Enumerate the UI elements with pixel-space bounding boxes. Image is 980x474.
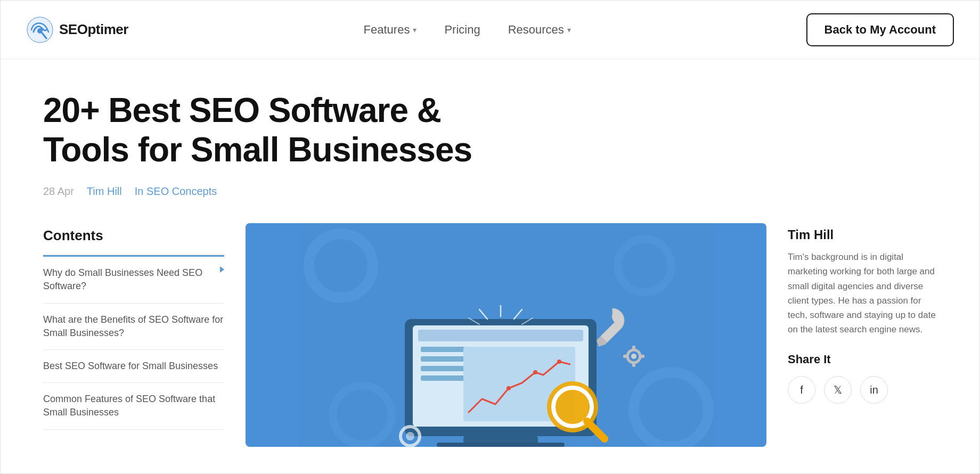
features-nav-item[interactable]: Features ▾ xyxy=(364,23,417,37)
toc-item-4[interactable]: Common Features of SEO Software that Sma… xyxy=(43,383,224,429)
navbar: SEOptimer Features ▾ Pricing Resources ▾… xyxy=(1,1,979,59)
features-label: Features xyxy=(364,23,410,37)
linkedin-icon: in xyxy=(870,384,878,396)
svg-rect-9 xyxy=(463,436,538,444)
resources-label: Resources xyxy=(508,23,564,37)
facebook-icon: f xyxy=(800,384,803,396)
toc-title: Contents xyxy=(43,227,224,244)
svg-rect-10 xyxy=(437,443,565,447)
main-content: 20+ Best SEO Software & Tools for Small … xyxy=(1,59,979,468)
resources-nav-item[interactable]: Resources ▾ xyxy=(508,23,571,37)
svg-rect-23 xyxy=(632,363,635,367)
toc-item-2[interactable]: What are the Benefits of SEO Software fo… xyxy=(43,304,224,350)
article-category[interactable]: In SEO Concepts xyxy=(135,185,217,198)
hero-illustration xyxy=(246,223,766,447)
svg-rect-11 xyxy=(418,330,583,341)
content-row: Contents Why do Small Businesses Need SE… xyxy=(43,223,937,447)
svg-point-30 xyxy=(406,432,414,440)
nav-links: Features ▾ Pricing Resources ▾ xyxy=(364,23,571,37)
svg-rect-24 xyxy=(623,355,627,358)
share-icons: f 𝕏 in xyxy=(788,376,937,404)
svg-point-18 xyxy=(533,370,537,374)
pricing-nav-item[interactable]: Pricing xyxy=(444,23,480,37)
toc-sidebar: Contents Why do Small Businesses Need SE… xyxy=(43,223,224,429)
article-meta: 28 Apr Tim Hill In SEO Concepts xyxy=(43,185,937,198)
svg-rect-25 xyxy=(640,355,644,358)
toc-item-3[interactable]: Best SEO Software for Small Businesses xyxy=(43,350,224,383)
author-sidebar: Tim Hill Tim's background is in digital … xyxy=(788,223,937,404)
svg-point-21 xyxy=(631,354,636,359)
author-bio: Tim's background is in digital marketing… xyxy=(788,250,937,337)
toc-list: Why do Small Businesses Need SEO Softwar… xyxy=(43,255,224,429)
logo-area: SEOptimer xyxy=(26,16,128,44)
twitter-share-button[interactable]: 𝕏 xyxy=(824,376,852,404)
share-title: Share It xyxy=(788,353,937,366)
back-to-account-button[interactable]: Back to My Account xyxy=(806,13,954,46)
brand-name: SEOptimer xyxy=(59,21,128,38)
svg-point-19 xyxy=(557,359,561,364)
author-name: Tim Hill xyxy=(788,227,937,242)
article-date: 28 Apr xyxy=(43,185,74,198)
facebook-share-button[interactable]: f xyxy=(788,376,815,404)
svg-point-17 xyxy=(507,386,511,390)
features-chevron-icon: ▾ xyxy=(413,26,416,34)
logo-icon xyxy=(26,16,54,44)
pricing-label: Pricing xyxy=(444,23,480,37)
hero-image xyxy=(246,223,766,447)
twitter-x-icon: 𝕏 xyxy=(834,383,842,396)
linkedin-share-button[interactable]: in xyxy=(860,376,888,404)
article-author[interactable]: Tim Hill xyxy=(87,185,122,198)
toc-item-1[interactable]: Why do Small Businesses Need SEO Softwar… xyxy=(43,255,224,303)
resources-chevron-icon: ▾ xyxy=(567,26,571,34)
svg-rect-22 xyxy=(632,346,635,350)
article-title: 20+ Best SEO Software & Tools for Small … xyxy=(43,91,522,169)
